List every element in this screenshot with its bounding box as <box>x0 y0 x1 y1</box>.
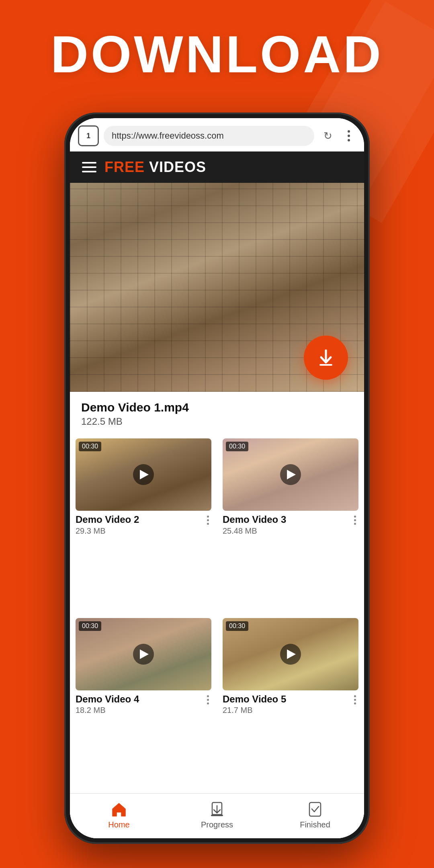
hero-section <box>70 183 364 392</box>
duration-badge-3: 00:30 <box>79 621 101 631</box>
tab-indicator[interactable]: 1 <box>78 125 99 146</box>
video-thumb-4: 00:30 <box>223 618 358 690</box>
video-meta-1: Demo Video 2 29.3 MB <box>76 514 211 536</box>
nav-finished[interactable]: Finished <box>266 801 364 829</box>
brand-free: FREE <box>104 159 145 175</box>
video-more-3[interactable] <box>205 694 211 706</box>
dot-3 <box>348 139 350 141</box>
phone-mockup: 1 https://www.freevideoss.com ↻ FREE <box>64 113 370 844</box>
video-meta-2: Demo Video 3 25.48 MB <box>223 514 358 536</box>
app-title: FREE VIDEOS <box>104 159 206 176</box>
play-icon-4 <box>287 649 296 659</box>
video-more-1[interactable] <box>205 514 211 526</box>
video-size-3: 18.2 MB <box>76 706 139 715</box>
video-more-2[interactable] <box>352 514 358 526</box>
video-size-1: 29.3 MB <box>76 526 139 536</box>
play-icon-1 <box>140 470 149 479</box>
video-item-4[interactable]: 00:30 Demo Video 5 21.7 MB <box>217 614 364 794</box>
dot-2 <box>348 135 350 137</box>
play-button-3[interactable] <box>133 644 154 665</box>
hamburger-menu[interactable] <box>82 162 96 172</box>
video-grid: 00:30 Demo Video 2 29.3 MB <box>70 434 364 793</box>
video-thumb-3: 00:30 <box>76 618 211 690</box>
main-video-info: Demo Video 1.mp4 122.5 MB <box>70 392 364 434</box>
svg-rect-3 <box>309 802 321 816</box>
play-button-2[interactable] <box>280 464 301 485</box>
home-icon <box>111 801 127 818</box>
video-name-2: Demo Video 3 <box>223 514 286 526</box>
nav-finished-label: Finished <box>300 820 330 829</box>
content-area: Demo Video 1.mp4 122.5 MB 00:30 Demo V <box>70 183 364 838</box>
nav-home[interactable]: Home <box>70 801 168 829</box>
brand-videos: VIDEOS <box>145 159 206 175</box>
nav-progress[interactable]: Progress <box>168 801 266 829</box>
browser-toolbar: 1 https://www.freevideoss.com ↻ <box>70 118 364 151</box>
video-thumb-1: 00:30 <box>76 438 211 511</box>
video-name-3: Demo Video 4 <box>76 694 139 705</box>
nav-home-label: Home <box>108 820 129 829</box>
play-button-4[interactable] <box>280 644 301 665</box>
download-fab-button[interactable] <box>304 336 348 380</box>
main-video-size: 122.5 MB <box>81 416 353 427</box>
video-more-4[interactable] <box>352 694 358 706</box>
url-bar[interactable]: https://www.freevideoss.com <box>104 126 314 146</box>
finished-icon <box>307 801 323 818</box>
nav-progress-label: Progress <box>201 820 233 829</box>
video-meta-3: Demo Video 4 18.2 MB <box>76 694 211 715</box>
bottom-navigation: Home Progress Finished <box>70 793 364 838</box>
page-title: DOWNLOAD <box>0 24 434 84</box>
video-size-2: 25.48 MB <box>223 526 286 536</box>
duration-badge-1: 00:30 <box>79 442 101 451</box>
play-icon-2 <box>287 470 296 479</box>
refresh-button[interactable]: ↻ <box>319 127 337 145</box>
refresh-icon: ↻ <box>323 130 332 142</box>
video-thumb-2: 00:30 <box>223 438 358 511</box>
browser-menu-button[interactable] <box>342 130 356 141</box>
video-item-1[interactable]: 00:30 Demo Video 2 29.3 MB <box>70 434 217 614</box>
duration-badge-4: 00:30 <box>226 621 248 631</box>
play-button-1[interactable] <box>133 464 154 485</box>
main-video-title: Demo Video 1.mp4 <box>81 401 353 414</box>
svg-rect-0 <box>319 364 332 366</box>
video-size-4: 21.7 MB <box>223 706 286 715</box>
progress-icon <box>209 801 225 818</box>
video-meta-4: Demo Video 5 21.7 MB <box>223 694 358 715</box>
duration-badge-2: 00:30 <box>226 442 248 451</box>
phone-screen: 1 https://www.freevideoss.com ↻ FREE <box>70 118 364 838</box>
download-arrow-icon <box>315 347 336 368</box>
video-name-4: Demo Video 5 <box>223 694 286 705</box>
dot-1 <box>348 130 350 133</box>
svg-rect-2 <box>211 815 223 816</box>
play-icon-3 <box>140 649 149 659</box>
app-navbar: FREE VIDEOS <box>70 151 364 183</box>
video-item-2[interactable]: 00:30 Demo Video 3 25.48 MB <box>217 434 364 614</box>
video-item-3[interactable]: 00:30 Demo Video 4 18.2 MB <box>70 614 217 794</box>
video-name-1: Demo Video 2 <box>76 514 139 526</box>
